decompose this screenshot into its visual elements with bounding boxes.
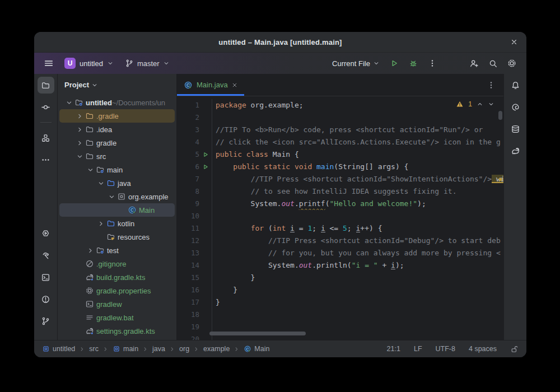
code-line-9[interactable]: 9 System.out.printf("Hello and welcome!"… [177,198,503,210]
project-panel-header[interactable]: Project [58,74,176,94]
terminal-tool-button[interactable] [38,269,54,286]
code-with-me-button[interactable] [466,55,482,71]
code-line-17[interactable]: 17} [177,296,503,309]
tree-item-resources[interactable]: resources [59,230,175,244]
code-line-15[interactable]: 15 } [177,272,503,284]
vertical-scrollbar[interactable] [498,111,502,120]
status-encoding[interactable]: UTF-8 [436,345,455,353]
chevron-down-icon[interactable] [64,99,74,106]
gradle-tool-button[interactable] [507,142,524,159]
tree-item-build-gradle-kts[interactable]: build.gradle.kts [59,270,175,284]
run-line-icon[interactable] [199,161,212,173]
chevron-down-icon[interactable] [75,153,85,160]
build-tool-button[interactable] [38,247,54,264]
tree-item-gradle[interactable]: gradle [59,136,175,150]
breadcrumb-separator-icon [169,346,175,352]
code-line-2[interactable]: 2 [177,111,503,124]
tree-item-test[interactable]: test [59,244,175,257]
chevron-right-icon[interactable] [75,113,85,120]
chevron-down-icon[interactable] [86,166,95,174]
code-area[interactable]: 1package org.example;23//TIP To <b>Run</… [177,96,503,340]
main-menu-button[interactable] [41,55,57,71]
project-panel: Project untitled ~/Documents/un.gradle.i… [58,74,177,340]
lock-open-icon[interactable] [510,345,519,353]
chevron-down-icon[interactable] [96,180,106,187]
tree-item-gradlew-bat[interactable]: gradlew.bat [59,311,175,324]
horizontal-scrollbar[interactable] [209,332,306,335]
tree-item--gitignore[interactable]: .gitignore [59,257,175,270]
chevron-right-icon[interactable] [96,220,106,227]
status-indent[interactable]: 4 spaces [469,345,497,353]
tree-item--gradle[interactable]: .gradle [59,109,175,123]
version-control-tool-button[interactable] [38,312,54,329]
status-line-separator[interactable]: LF [414,345,422,353]
breadcrumb-src[interactable]: src [89,345,99,353]
previous-warning-icon[interactable] [477,101,483,108]
breadcrumb-main[interactable]: main [113,345,138,353]
breadcrumb-main[interactable]: CMain [244,345,269,353]
code-line-12[interactable]: 12 //TIP Press <shortcut actionId="Debug… [177,235,503,247]
settings-button[interactable] [504,55,520,71]
breadcrumb-java[interactable]: java [152,345,165,353]
tree-item-main[interactable]: main [59,163,175,176]
chevron-right-icon[interactable] [75,126,85,133]
debug-button[interactable] [405,55,421,71]
more-tools-button[interactable] [38,151,54,168]
commit-tool-button[interactable] [38,99,54,115]
chevron-right-icon[interactable] [86,247,95,254]
code-line-1[interactable]: 1package org.example; [177,99,503,111]
code-line-16[interactable]: 16 } [177,284,503,296]
tree-item-kotlin[interactable]: kotlin [59,217,175,230]
breadcrumb-example[interactable]: example [203,345,230,353]
more-actions-button[interactable] [424,55,440,71]
tree-item-org-example[interactable]: org.example [59,190,175,203]
code-line-7[interactable]: 7 //TIP Press <shortcut actionId="ShowIn… [177,173,503,185]
chevron-right-icon[interactable] [75,139,85,147]
tab-main-java[interactable]: C Main.java [177,74,244,96]
ai-assistant-button[interactable] [507,99,524,115]
run-line-icon[interactable] [199,148,212,161]
search-everywhere-button[interactable] [485,55,501,71]
project-tool-button[interactable] [38,77,54,94]
notifications-button[interactable] [507,77,524,94]
tab-close-icon[interactable] [232,82,237,88]
database-tool-button[interactable] [507,120,524,137]
tree-item--idea[interactable]: .idea [59,123,175,136]
run-configuration-selector[interactable]: Current File [329,58,383,69]
breadcrumb-org[interactable]: org [179,345,189,353]
code-line-18[interactable]: 18 [177,309,503,321]
problems-tool-button[interactable] [38,291,54,307]
code-line-5[interactable]: 5public class Main { [177,148,503,161]
tree-item-java[interactable]: java [59,176,175,190]
tab-options-kebab-icon[interactable] [487,81,503,90]
code-line-11[interactable]: 11 for (int i = 1; i <= 5; i++) { [177,222,503,235]
tree-item-src[interactable]: src [59,150,175,163]
window-close-button[interactable] [508,36,520,48]
next-warning-icon[interactable] [488,101,494,108]
tree-item-untitled[interactable]: untitled ~/Documents/un [59,96,175,109]
breadcrumb-untitled[interactable]: untitled [42,345,75,353]
inspections-widget[interactable]: 1 [456,100,494,108]
code-text: // to see how IntelliJ IDEA suggests fix… [212,185,503,198]
project-widget[interactable]: U untitled [61,56,117,71]
tree-item-gradlew[interactable]: gradlew [59,297,175,311]
code-line-3[interactable]: 3//TIP To <b>Run</b> code, press <shortc… [177,124,503,136]
tree-item-settings-gradle-kts[interactable]: settings.gradle.kts [59,324,175,338]
code-line-13[interactable]: 13 // for you, but you can always add mo… [177,247,503,259]
code-line-4[interactable]: 4// click the <icon src="AllIcons.Action… [177,136,503,148]
warning-stripe-mark[interactable] [499,178,502,181]
code-line-6[interactable]: 6 public static void main(String[] args)… [177,161,503,173]
tree-item-gradle-properties[interactable]: gradle.properties [59,284,175,297]
code-line-14[interactable]: 14 System.out.println("i = " + i); [177,259,503,272]
chevron-down-icon[interactable] [107,193,116,200]
code-line-10[interactable]: 10 [177,210,503,222]
project-panel-title: Project [64,81,89,89]
structure-tool-button[interactable] [38,129,54,146]
status-caret-position[interactable]: 21:1 [387,345,400,353]
branch-widget[interactable]: master [122,57,173,69]
code-line-8[interactable]: 8 // to see how IntelliJ IDEA suggests f… [177,185,503,198]
titlebar[interactable]: untitled – Main.java [untitled.main] [34,32,526,53]
run-button[interactable] [386,55,402,71]
tree-item-main[interactable]: CMain [59,203,175,217]
run-tool-button[interactable] [38,225,54,242]
